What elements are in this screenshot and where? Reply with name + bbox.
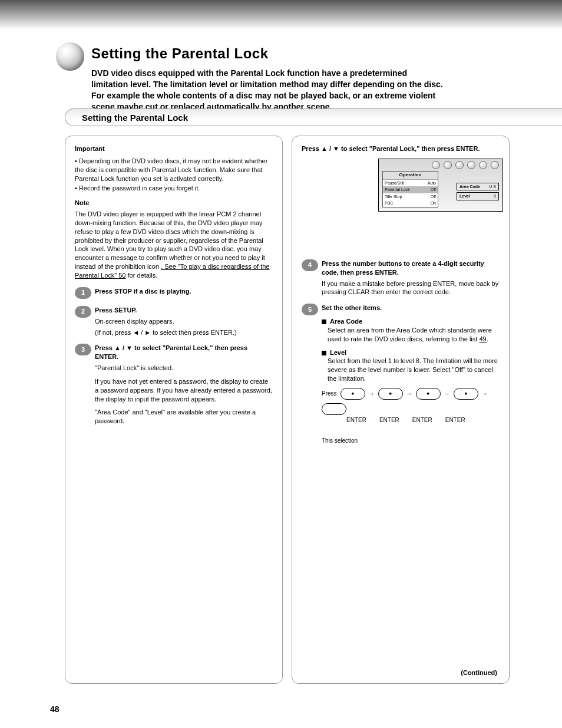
area-code-body: Select an area from the Area Code which … bbox=[328, 326, 500, 344]
step-3-continued: Press ▲ / ▼ to select "Parental Lock," t… bbox=[302, 144, 500, 153]
step-2: 2 Press SETUP. On-screen display appears… bbox=[75, 306, 273, 337]
arrow-icon: → bbox=[482, 390, 488, 398]
t: Title Stop bbox=[385, 194, 402, 199]
osd-menu-list: Operation Pause/StillAuto Parental LockO… bbox=[382, 171, 438, 207]
area-code-item: Area Code bbox=[322, 317, 500, 326]
square-bullet-icon bbox=[322, 319, 326, 324]
step-5: 5 Set the other items. Area Code Select … bbox=[302, 304, 500, 445]
osd-area-code: Area CodeU S bbox=[457, 183, 499, 190]
decorative-sphere bbox=[56, 42, 84, 71]
t: 8 bbox=[494, 193, 496, 199]
note-tail: for details. bbox=[128, 272, 158, 279]
t: PBC bbox=[385, 200, 393, 206]
osd-menu-header: Operation bbox=[383, 172, 438, 180]
osd-icon bbox=[455, 161, 464, 169]
direction-icons: ◄ / ► bbox=[133, 329, 151, 336]
updown-icons: ▲ / ▼ bbox=[321, 145, 339, 152]
intro-line: limitation level. The limitation level o… bbox=[91, 80, 443, 89]
level-label: Level bbox=[330, 349, 346, 356]
step-2-title: Press SETUP. bbox=[95, 306, 273, 315]
osd-icon bbox=[444, 161, 452, 169]
header-gradient bbox=[0, 0, 562, 29]
important-bullet: • Depending on the DVD video discs, it m… bbox=[75, 157, 273, 183]
step-3-body2a: If you have not yet entered a password, … bbox=[95, 377, 273, 404]
osd-icon bbox=[479, 161, 487, 169]
important-bullet: • Record the password in case you forget… bbox=[75, 184, 273, 193]
seq-enter-bubble: ■ bbox=[416, 388, 441, 400]
osd-side-values: Area CodeU S Level8 bbox=[457, 183, 499, 207]
continued-label: (Continued) bbox=[461, 668, 497, 677]
step-3-title: Press ▲ / ▼ to select "Parental Lock," t… bbox=[95, 344, 273, 361]
osd-icon bbox=[467, 161, 475, 169]
note-heading: Note bbox=[75, 199, 273, 207]
arrow-icon: → bbox=[369, 390, 375, 398]
arrow-icon: → bbox=[444, 390, 450, 398]
osd-tab-icons bbox=[379, 159, 503, 171]
step-4-title: Press the number buttons to create a 4-d… bbox=[322, 259, 500, 277]
t: to select "Parental Lock," then press EN… bbox=[341, 145, 480, 152]
osd-row: Pause/StillAuto bbox=[383, 180, 438, 186]
t: to select bbox=[153, 329, 178, 336]
page-ref: 49 bbox=[479, 335, 486, 342]
seq-last-bubble bbox=[322, 403, 346, 415]
cap: This selection bbox=[322, 437, 358, 445]
cap: ENTER bbox=[412, 416, 432, 424]
level-body: Select from the level 1 to level 8. The … bbox=[328, 357, 500, 383]
step-1-title: Press STOP if a disc is playing. bbox=[95, 287, 273, 296]
cap: ENTER bbox=[346, 416, 366, 424]
arrow-icon: → bbox=[406, 390, 412, 398]
level-item: Level bbox=[322, 348, 500, 357]
t: Off bbox=[431, 187, 436, 192]
section-title-bar: Setting the Parental Lock bbox=[65, 108, 562, 126]
note-page-ref: 50 bbox=[118, 272, 125, 279]
seq-enter-bubble: ■ bbox=[378, 388, 403, 400]
step-number: 1 bbox=[75, 287, 91, 299]
step-4: 4 Press the number buttons to create a 4… bbox=[302, 259, 500, 297]
osd-icon bbox=[432, 161, 440, 169]
seq-press-label: Press bbox=[322, 390, 337, 398]
important-heading: Important bbox=[75, 144, 273, 153]
step-number: 2 bbox=[75, 306, 91, 318]
cap: ENTER bbox=[379, 416, 399, 424]
t: then press ENTER.) bbox=[178, 329, 236, 336]
step-2-body2: (If not, press ◄ / ► to select then pres… bbox=[95, 328, 273, 337]
t: Area Code bbox=[459, 184, 480, 189]
seq-captions: ENTER ENTER ENTER ENTER This selection bbox=[322, 416, 500, 445]
step-2-body: On-screen display appears. bbox=[95, 317, 273, 326]
t: Off bbox=[431, 194, 436, 199]
intro-text: DVD video discs equipped with the Parent… bbox=[91, 68, 443, 113]
t: On bbox=[431, 200, 436, 206]
step-5-title: Set the other items. bbox=[322, 304, 500, 312]
osd-row-selected: Parental LockOff bbox=[383, 186, 438, 193]
t: U S bbox=[489, 184, 496, 189]
onscreen-menu-screenshot: Operation Pause/StillAuto Parental LockO… bbox=[378, 159, 503, 212]
t: Auto bbox=[428, 180, 436, 186]
osd-row: PBCOn bbox=[383, 200, 438, 206]
t: Press bbox=[302, 145, 321, 152]
t: Press bbox=[95, 344, 114, 351]
page-title: Setting the Parental Lock bbox=[91, 45, 269, 62]
note-body: The DVD video player is equipped with th… bbox=[75, 210, 265, 270]
square-bullet-icon bbox=[322, 351, 326, 355]
cap: ENTER bbox=[445, 416, 465, 424]
step-1: 1 Press STOP if a disc is playing. bbox=[75, 287, 273, 299]
step-3: 3 Press ▲ / ▼ to select "Parental Lock,"… bbox=[75, 344, 273, 426]
t: Pause/Still bbox=[385, 180, 404, 186]
osd-icon bbox=[491, 161, 499, 169]
note-text: The DVD video player is equipped with th… bbox=[75, 210, 273, 280]
intro-line: For example the whole contents of a disc… bbox=[91, 91, 435, 100]
area-code-label: Area Code bbox=[330, 318, 362, 325]
step-3-body2b: "Area Code" and "Level" are available af… bbox=[95, 408, 273, 426]
intro-line: DVD video discs equipped with the Parent… bbox=[91, 68, 407, 78]
step-number: 4 bbox=[302, 259, 318, 271]
step-number: 3 bbox=[75, 344, 91, 355]
right-column: Press ▲ / ▼ to select "Parental Lock," t… bbox=[292, 136, 510, 684]
t: Select an area from the Area Code which … bbox=[328, 327, 492, 342]
step-number: 5 bbox=[302, 304, 318, 315]
t: (If not, press bbox=[95, 329, 133, 336]
page-number: 48 bbox=[50, 704, 59, 714]
button-sequence: Press ■ → ■ → ■ → ■ → bbox=[322, 388, 500, 415]
step-3-body1: "Parental Lock" is selected. bbox=[95, 364, 273, 373]
seq-enter-bubble: ■ bbox=[454, 388, 478, 400]
t: Level bbox=[459, 193, 470, 199]
